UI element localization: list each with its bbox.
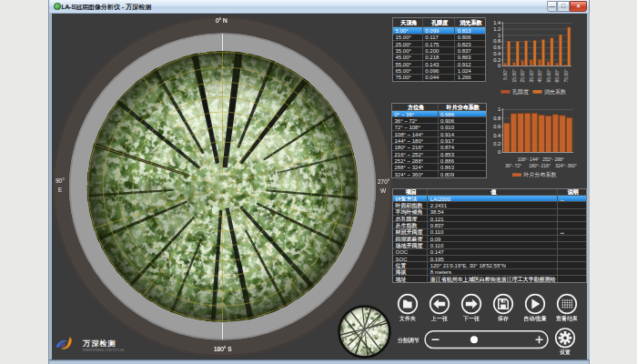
svg-text:0.6: 0.6 (493, 124, 500, 129)
svg-text:1: 1 (498, 33, 500, 38)
svg-text:65.00°: 65.00° (554, 69, 560, 83)
svg-text:324°- 360°: 324°- 360° (555, 163, 577, 168)
svg-text:0.8: 0.8 (493, 116, 500, 121)
svg-text:45.00°: 45.00° (537, 69, 542, 83)
svg-text:文件夹: 文件夹 (399, 315, 417, 322)
svg-text:查看结果: 查看结果 (555, 315, 578, 322)
svg-text:设置: 设置 (559, 349, 571, 355)
svg-text:0.4: 0.4 (493, 51, 500, 56)
svg-text:108°- 144°: 108°- 144° (518, 157, 540, 162)
svg-text:5.00°: 5.00° (502, 69, 508, 80)
svg-text:消光系数: 消光系数 (544, 88, 566, 96)
svg-text:分割调节: 分割调节 (397, 337, 420, 344)
svg-text:0.2: 0.2 (493, 141, 500, 147)
svg-text:75.00°: 75.00° (563, 69, 569, 83)
svg-text:252°- 288°: 252°- 288° (542, 157, 564, 162)
svg-text:0.8: 0.8 (493, 38, 500, 44)
svg-text:0.2: 0.2 (493, 57, 500, 63)
svg-text:0.6: 0.6 (493, 45, 500, 50)
svg-text:35.00°: 35.00° (529, 69, 534, 83)
svg-text:下一张: 下一张 (462, 315, 480, 322)
svg-text:叶片分布系数: 叶片分布系数 (524, 171, 557, 178)
svg-text:25.00°: 25.00° (520, 69, 525, 83)
svg-text:55.00°: 55.00° (546, 69, 551, 83)
svg-text:保存: 保存 (497, 316, 509, 322)
svg-text:WWW.WSEEN.COM 0571-88: WWW.WSEEN.COM 0571-88 (83, 349, 124, 352)
svg-text:自动/批量: 自动/批量 (523, 315, 547, 322)
svg-text:0: 0 (498, 149, 500, 155)
svg-text:180°- 216°: 180°- 216° (529, 163, 551, 168)
svg-text:1.4: 1.4 (493, 20, 500, 25)
svg-text:万深检测: 万深检测 (82, 339, 116, 348)
svg-text:0.4: 0.4 (493, 133, 500, 138)
svg-text:15.00°: 15.00° (511, 69, 517, 83)
svg-text:1: 1 (498, 106, 500, 112)
svg-text:上一张: 上一张 (430, 315, 449, 322)
svg-text:1.2: 1.2 (493, 26, 500, 32)
svg-text:孔隙度: 孔隙度 (512, 88, 529, 96)
svg-text:36°- 72°: 36°- 72° (505, 163, 521, 168)
svg-text:0: 0 (498, 63, 500, 68)
